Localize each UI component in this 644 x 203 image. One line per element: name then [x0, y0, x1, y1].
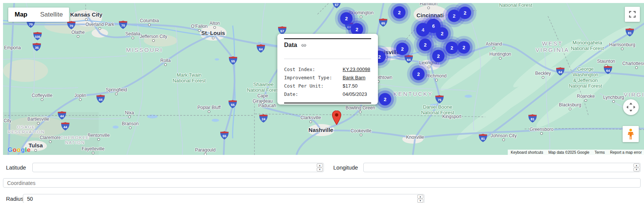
cluster-marker[interactable]: 2 [436, 27, 448, 40]
popup-row: Improvement Type:Bank Barn [284, 73, 371, 82]
street-view-pegman-button[interactable] [623, 126, 639, 142]
info-window: Data Cost Index:KY.23.00098Improvement T… [277, 34, 378, 105]
map-type-satellite-button[interactable]: Satellite [34, 8, 69, 22]
report-map-error-link[interactable]: Report a map error [610, 150, 642, 155]
google-map[interactable]: Kansas CityOverland ParkOlatheSedaliaCol… [3, 3, 644, 155]
google-logo-letter: e [27, 146, 31, 153]
longitude-label: Longitude [333, 163, 358, 172]
page: Kansas CityOverland ParkOlatheSedaliaCol… [0, 0, 644, 203]
google-logo-letter: o [17, 146, 21, 153]
coordinates-input[interactable] [3, 178, 641, 188]
cluster-marker[interactable]: 2 [396, 43, 409, 55]
latitude-input[interactable] [32, 163, 324, 172]
popup-row: Date:04/05/2023 [284, 90, 371, 98]
longitude-input[interactable] [363, 163, 641, 172]
popup-row-label: Cost Per Unit: [284, 83, 343, 89]
radius-label: Radius [6, 194, 24, 203]
keyboard-shortcuts-link[interactable]: Keyboard shortcuts [511, 150, 543, 155]
cluster-marker[interactable]: 2 [458, 41, 470, 54]
stepper-down-icon[interactable]: ▼ [633, 168, 639, 171]
popup-row-value: 04/05/2023 [343, 91, 367, 97]
popup-bottom-rule [284, 103, 371, 103]
street-view-pegman-icon [628, 129, 633, 140]
popup-divider [284, 59, 371, 59]
popup-row: Cost Per Unit:$17.50 [284, 82, 371, 90]
popup-row-label: Date: [284, 91, 343, 97]
cluster-marker[interactable]: 2 [340, 12, 353, 25]
popup-title: Data [284, 42, 297, 48]
stepper-up-icon[interactable]: ▲ [633, 164, 639, 167]
cluster-marker[interactable]: 2 [393, 6, 406, 19]
fullscreen-icon [629, 11, 636, 18]
cluster-marker[interactable]: 2 [412, 68, 425, 80]
popup-row-label: Cost Index: [284, 67, 343, 72]
stepper-down-icon[interactable]: ▼ [317, 168, 323, 171]
popup-row-value-link[interactable]: Bank Barn [343, 75, 366, 80]
fullscreen-button[interactable] [625, 7, 640, 22]
radius-input[interactable] [23, 194, 424, 203]
map-marker-pin[interactable] [332, 111, 342, 126]
latitude-stepper[interactable]: ▲ ▼ [317, 164, 323, 171]
cluster-marker[interactable]: 2 [432, 50, 445, 62]
popup-row-value: $17.50 [343, 83, 358, 89]
cluster-marker[interactable]: 2 [446, 42, 458, 54]
pan-arrows-icon [626, 102, 636, 112]
longitude-stepper[interactable]: ▲ ▼ [633, 164, 639, 171]
map-type-control: Map Satellite [8, 8, 69, 22]
stepper-down-icon[interactable]: ▼ [417, 199, 423, 203]
stepper-up-icon[interactable]: ▲ [417, 195, 423, 198]
popup-row-label: Improvement Type: [284, 75, 343, 80]
map-type-map-button[interactable]: Map [8, 8, 34, 22]
google-logo-letter: G [8, 146, 13, 153]
pan-control[interactable] [623, 99, 639, 115]
cluster-marker[interactable]: 2 [448, 10, 460, 22]
radius-stepper[interactable]: ▲ ▼ [417, 195, 423, 203]
popup-row: Cost Index:KY.23.00098 [284, 65, 371, 73]
google-logo[interactable]: Google [8, 146, 31, 154]
latitude-label: Latitude [6, 163, 26, 172]
popup-row-value-link[interactable]: KY.23.00098 [343, 67, 370, 72]
google-logo-letter: o [13, 146, 17, 153]
google-logo-letter: g [21, 146, 25, 153]
map-data-text: Map data ©2025 Google [548, 150, 589, 155]
popup-top-rule [284, 38, 371, 39]
link-icon[interactable] [301, 42, 307, 48]
map-attribution: Keyboard shortcuts Map data ©2025 Google… [508, 150, 644, 155]
cluster-marker[interactable]: 2 [459, 7, 471, 19]
cluster-marker[interactable]: 2 [419, 39, 432, 51]
cluster-marker[interactable]: 2 [379, 93, 391, 106]
stepper-up-icon[interactable]: ▲ [317, 164, 323, 167]
terms-link[interactable]: Terms [594, 150, 605, 155]
